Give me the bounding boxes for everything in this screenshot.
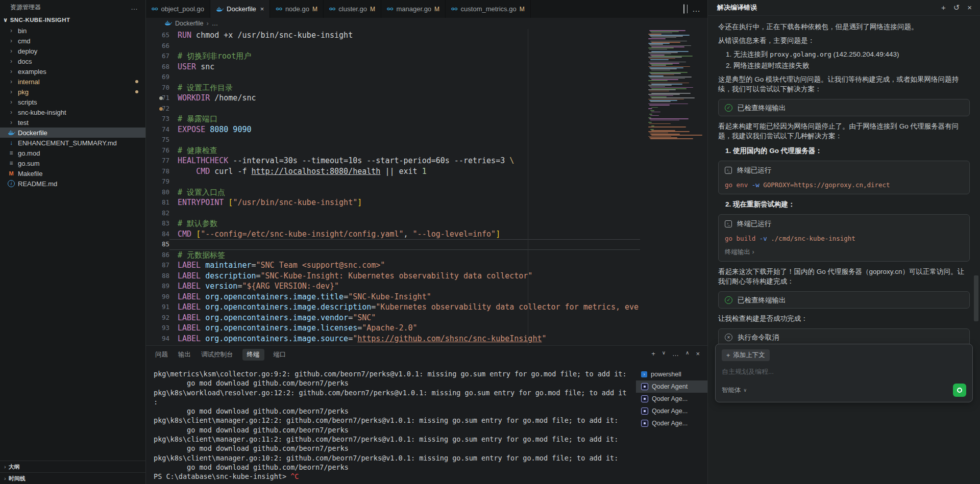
code-line-79[interactable]: 79: [146, 176, 707, 187]
agent-mode-dropdown[interactable]: 智能体 ∨: [722, 386, 747, 395]
outline-section[interactable]: › 大纲: [0, 461, 145, 472]
tab-object-pool-go[interactable]: GOobject_pool.go: [146, 0, 210, 18]
tab-node-go[interactable]: GOnode.goM: [270, 0, 323, 18]
sidebar-folder-deploy[interactable]: ›deploy: [0, 46, 145, 56]
docker-icon: [164, 20, 172, 28]
code-line-80[interactable]: 80# 设置入口点: [146, 187, 707, 198]
more-actions-icon[interactable]: …: [692, 5, 700, 14]
code-line-89[interactable]: 89LABEL version="${ARG VERSION:-dev}": [146, 281, 707, 292]
file-tree: ›bin›cmd›deploy›docs›examples›internal›p…: [0, 26, 145, 189]
line-number: 84: [146, 229, 169, 240]
sidebar-file-dockerfile[interactable]: Dockerfile: [0, 128, 145, 138]
code-line-70[interactable]: 70# 设置工作目录: [146, 83, 707, 93]
split-editor-icon[interactable]: [683, 5, 684, 14]
close-panel-icon[interactable]: ×: [696, 350, 700, 358]
line-number: 86: [146, 250, 169, 261]
explorer-root-folder[interactable]: ∨ SNC-KUBE-INSIGHT: [0, 14, 145, 26]
send-button[interactable]: [953, 384, 966, 397]
code-line-87[interactable]: 87LABEL maintainer="SNC Team <support@sn…: [146, 260, 707, 271]
terminal-body[interactable]: pkg\metrics\ksm\collector.go:9:2: github…: [146, 363, 707, 484]
ai-input-box[interactable]: + 添加上下文 自主规划及编程... 智能体 ∨: [715, 344, 973, 402]
sidebar-folder-docs[interactable]: ›docs: [0, 56, 145, 66]
terminal-checked-card[interactable]: ✓已检查终端输出: [718, 99, 970, 116]
code-line-85[interactable]: 85: [146, 239, 707, 250]
panel-tab-问题[interactable]: 问题: [154, 349, 169, 361]
code-line-88[interactable]: 88LABEL description="SNC-Kube-Insight: K…: [146, 271, 707, 282]
sidebar-file-go-mod[interactable]: ≡go.mod: [0, 148, 145, 158]
terminal-session-2[interactable]: Qoder Age...: [636, 393, 707, 405]
terminal-session-3[interactable]: Qoder Age...: [636, 405, 707, 417]
code-line-90[interactable]: 90LABEL org.opencontainers.image.title="…: [146, 292, 707, 302]
sidebar-file-makefile[interactable]: MMakefile: [0, 168, 145, 179]
maximize-panel-icon[interactable]: ∧: [685, 350, 689, 358]
code-line-77[interactable]: 77HEALTHCHECK --interval=30s --timeout=1…: [146, 156, 707, 166]
code-line-86[interactable]: 86# 元数据标签: [146, 250, 707, 261]
sidebar-file-enhancement-summary-md[interactable]: ↓ENHANCEMENT_SUMMARY.md: [0, 138, 145, 148]
terminal-session-0[interactable]: ›powershell: [636, 368, 707, 380]
code-line-69[interactable]: 69: [146, 72, 707, 83]
new-chat-icon[interactable]: +: [941, 3, 946, 12]
code-line-74[interactable]: 74EXPOSE 8080 9090: [146, 124, 707, 135]
terminal-dropdown-icon[interactable]: ∨: [662, 350, 666, 358]
history-icon[interactable]: ↺: [953, 3, 960, 12]
sidebar-folder-pkg[interactable]: ›pkg: [0, 87, 145, 97]
code-line-68[interactable]: 68USER snc: [146, 62, 707, 72]
code-line-94[interactable]: 94LABEL org.opencontainers.image.source=…: [146, 334, 707, 344]
panel-tab-端口[interactable]: 端口: [273, 349, 287, 361]
terminal-session-4[interactable]: Qoder Age...: [636, 417, 707, 429]
code-line-75[interactable]: 75: [146, 135, 707, 145]
sidebar-folder-bin[interactable]: ›bin: [0, 26, 145, 36]
sidebar-file-go-sum[interactable]: ≡go.sum: [0, 158, 145, 168]
sidebar-file-readme-md[interactable]: iREADME.md: [0, 179, 145, 189]
code-line-92[interactable]: 92LABEL org.opencontainers.image.vendor=…: [146, 313, 707, 323]
terminal-session-1[interactable]: Qoder Agent: [636, 380, 707, 393]
code-line-83[interactable]: 83# 默认参数: [146, 218, 707, 229]
code-line-93[interactable]: 93LABEL org.opencontainers.image.license…: [146, 323, 707, 334]
tab-manager-go[interactable]: GOmanager.goM: [381, 0, 446, 18]
code-line-76[interactable]: 76# 健康检查: [146, 145, 707, 156]
code-line-91[interactable]: 91LABEL org.opencontainers.image.descrip…: [146, 302, 707, 313]
makefile-icon: M: [9, 170, 13, 176]
sidebar-folder-snc-kube-insight[interactable]: ›snc-kube-insight: [0, 107, 145, 117]
code-line-71[interactable]: 71WORKDIR /home/snc: [146, 93, 707, 104]
code-line-84[interactable]: 84CMD ["--config=/etc/snc-kube-insight/c…: [146, 229, 707, 240]
code-line-text: EXPOSE 8080 9090: [169, 124, 707, 135]
panel-tab-调试控制台[interactable]: 调试控制台: [200, 349, 234, 361]
terminal-checked-card[interactable]: ✓已检查终端输出: [718, 291, 970, 309]
sidebar-folder-cmd[interactable]: ›cmd: [0, 36, 145, 46]
timeline-section[interactable]: › 时间线: [0, 472, 145, 484]
sidebar-folder-examples[interactable]: ›examples: [0, 66, 145, 77]
code-line-72[interactable]: 72: [146, 104, 707, 114]
tab-dockerfile[interactable]: Dockerfile×: [210, 0, 270, 18]
new-terminal-icon[interactable]: +: [651, 350, 655, 358]
terminal-output[interactable]: pkg\metrics\ksm\collector.go:9:2: github…: [146, 363, 636, 484]
ai-prompt-input[interactable]: 自主规划及编程...: [722, 367, 966, 376]
code-editor[interactable]: 65RUN chmod +x /usr/bin/snc-kube-insight…: [146, 29, 707, 345]
explorer-more-icon[interactable]: …: [131, 3, 138, 11]
breadcrumb[interactable]: Dockerfile › …: [146, 18, 707, 29]
tab-custom-metrics-go[interactable]: GOcustom_metrics.goM: [446, 0, 531, 18]
code-line-82[interactable]: 82: [146, 208, 707, 219]
tab-cluster-go[interactable]: GOcluster.goM: [324, 0, 381, 18]
sidebar-folder-scripts[interactable]: ›scripts: [0, 97, 145, 107]
code-line-67[interactable]: 67# 切换到非root用户: [146, 51, 707, 62]
panel-tab-输出[interactable]: 输出: [177, 349, 192, 361]
terminal-run-card: ›_终端已运行go build -v ./cmd/snc-kube-insigh…: [718, 214, 970, 262]
add-context-button[interactable]: + 添加上下文: [722, 349, 770, 361]
tree-item-label: test: [18, 119, 29, 126]
code-line-65[interactable]: 65RUN chmod +x /usr/bin/snc-kube-insight: [146, 30, 707, 41]
ai-scrollbar[interactable]: [974, 275, 978, 321]
code-line-81[interactable]: 81ENTRYPOINT ["/usr/bin/snc-kube-insight…: [146, 197, 707, 208]
close-tab-icon[interactable]: ×: [260, 5, 264, 13]
more-actions-icon[interactable]: …: [672, 350, 679, 358]
sidebar-folder-test[interactable]: ›test: [0, 117, 145, 128]
minimap[interactable]: [648, 30, 700, 141]
terminal-output-toggle[interactable]: 终端输出 ›: [725, 247, 963, 257]
panel-tab-终端[interactable]: 终端: [242, 349, 264, 361]
sidebar-folder-internal[interactable]: ›internal: [0, 77, 145, 87]
code-line-78[interactable]: 78 CMD curl -f http://localhost:8080/hea…: [146, 166, 707, 177]
code-line-66[interactable]: 66: [146, 41, 707, 52]
line-number: 87: [146, 260, 169, 271]
close-panel-icon[interactable]: ×: [967, 3, 972, 12]
code-line-73[interactable]: 73# 暴露端口: [146, 114, 707, 124]
